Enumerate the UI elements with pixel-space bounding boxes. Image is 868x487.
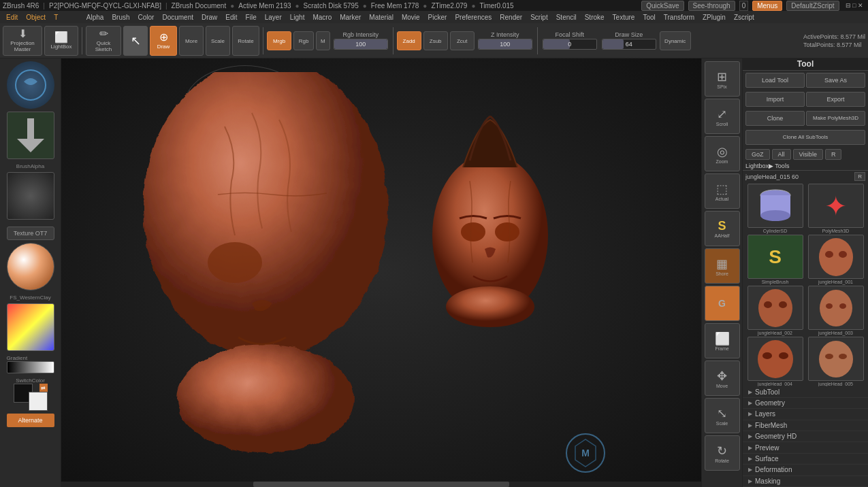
menu-zscript[interactable]: Zscript: [730, 13, 758, 22]
scale-btn[interactable]: Scale: [206, 26, 230, 56]
menu-picker[interactable]: Picker: [425, 13, 451, 22]
clone-all-btn[interactable]: Clone All SubTools: [745, 130, 865, 145]
aahalf-btn[interactable]: S AAHalf: [705, 211, 740, 246]
r-goz-btn[interactable]: R: [825, 149, 842, 160]
all-btn[interactable]: All: [772, 149, 791, 160]
menu-light[interactable]: Light: [287, 13, 308, 22]
geometry-section[interactable]: ▶ Geometry: [743, 398, 868, 409]
layers-section[interactable]: ▶ Layers: [743, 409, 868, 420]
focal-shift-slider[interactable]: 0: [543, 39, 597, 50]
more-btn[interactable]: More: [179, 26, 204, 56]
menu-transform[interactable]: Transform: [660, 13, 698, 22]
thumb-junglehead-004[interactable]: jungleHead_004: [745, 337, 805, 386]
jungle-r-btn[interactable]: R: [854, 172, 865, 181]
menu-file[interactable]: File: [242, 13, 260, 22]
zsub-btn[interactable]: Zsub: [423, 31, 448, 50]
menu-layer[interactable]: Layer: [261, 13, 285, 22]
deformation-section[interactable]: ▶ Deformation: [743, 465, 868, 475]
menus-btn[interactable]: Menus: [752, 1, 782, 11]
masking-section[interactable]: ▶ Masking: [743, 476, 868, 487]
quick-sketch-btn[interactable]: ✏ Quick Sketch: [86, 26, 121, 56]
texture-icon[interactable]: Texture OT7: [7, 226, 54, 240]
rgb-intensity-slider[interactable]: 100: [334, 39, 388, 50]
thumb-simplebrush[interactable]: S SimpleBrush: [745, 235, 805, 284]
menu-material[interactable]: Material: [366, 13, 397, 22]
menu-draw[interactable]: Draw: [198, 13, 221, 22]
clone-btn[interactable]: Clone: [745, 111, 805, 126]
menu-texture[interactable]: Texture: [609, 13, 639, 22]
menu-stencil[interactable]: Stencil: [553, 13, 580, 22]
mrgb-btn[interactable]: Mrgb: [267, 31, 291, 50]
menu-marker[interactable]: Marker: [336, 13, 364, 22]
thumb-junglehead-005[interactable]: jungleHead_005: [806, 337, 865, 386]
preview-section[interactable]: ▶ Preview: [743, 442, 868, 453]
menu-alpha[interactable]: Alpha: [83, 13, 108, 22]
draw-tool-btn[interactable]: ⊕ Draw: [150, 26, 177, 56]
scale-strip-btn[interactable]: ⤡ Scale: [705, 398, 740, 433]
menu-macro[interactable]: Macro: [309, 13, 335, 22]
menu-object[interactable]: Object: [22, 13, 49, 22]
rgb-btn[interactable]: Rgb: [293, 31, 314, 50]
thumb-junglehead-003[interactable]: jungleHead_003: [806, 286, 865, 335]
zadd-btn[interactable]: Zadd: [397, 31, 421, 50]
m-btn[interactable]: M: [316, 31, 330, 50]
make-polymesh-btn[interactable]: Make PolyMesh3D: [806, 111, 865, 126]
lightbox-btn[interactable]: ⬜ LightBox: [44, 26, 78, 56]
canvas-scrollbar-h[interactable]: [61, 482, 701, 487]
thumb-junglehead-002[interactable]: jungleHead_002: [745, 286, 805, 335]
shore-btn[interactable]: ▦ Shore: [705, 248, 740, 284]
actual-btn[interactable]: ⬚ Actual: [705, 173, 740, 209]
geometryhd-section[interactable]: ▶ Geometry HD: [743, 431, 868, 442]
scrollbar-thumb-h[interactable]: [253, 482, 509, 487]
zoom-btn[interactable]: ◎ Zoom: [705, 136, 740, 171]
fibermesh-section[interactable]: ▶ FiberMesh: [743, 420, 868, 431]
draw-size-slider[interactable]: 64: [602, 39, 656, 50]
menu-edit[interactable]: Edit: [3, 13, 21, 22]
frame-btn[interactable]: ⬜ Frame: [705, 323, 740, 358]
menu-preferences[interactable]: Preferences: [451, 13, 495, 22]
save-as-btn[interactable]: Save As: [806, 73, 865, 88]
visible-btn[interactable]: Visible: [793, 149, 823, 160]
dynamic-btn[interactable]: Dynamic: [660, 31, 691, 50]
canvas-area[interactable]: M: [61, 58, 701, 487]
rotate-btn[interactable]: Rotate: [232, 26, 259, 56]
menu-brush[interactable]: Brush: [108, 13, 133, 22]
menu-t[interactable]: T: [50, 13, 61, 22]
load-tool-btn[interactable]: Load Tool: [745, 73, 805, 88]
alternate-btn[interactable]: Alternate: [7, 414, 54, 427]
background-color[interactable]: [29, 392, 48, 411]
default-script-btn[interactable]: DefaultZScript: [786, 1, 839, 11]
menu-color[interactable]: Color: [135, 13, 158, 22]
projection-master-btn[interactable]: ⬇ Projection Master: [3, 26, 42, 56]
import-btn[interactable]: Import: [745, 92, 805, 107]
export-btn[interactable]: Export: [806, 92, 865, 107]
quick-save-btn[interactable]: QuickSave: [641, 1, 684, 11]
menu-movie[interactable]: Movie: [398, 13, 423, 22]
scroll-btn[interactable]: ⤢ Scroll: [705, 99, 740, 134]
menu-zplugin[interactable]: ZPlugin: [699, 13, 729, 22]
menu-script[interactable]: Script: [527, 13, 551, 22]
menu-tool[interactable]: Tool: [639, 13, 658, 22]
material-sphere[interactable]: [7, 243, 54, 290]
rotate-strip-btn[interactable]: ↻ Rotate: [705, 435, 740, 471]
zcut-btn[interactable]: Zcut: [450, 31, 475, 50]
menu-stroke[interactable]: Stroke: [581, 13, 608, 22]
subtool-section[interactable]: ▶ SubTool: [743, 386, 868, 397]
z-intensity-slider[interactable]: 100: [478, 39, 532, 50]
color-picker[interactable]: [7, 303, 54, 351]
thumb-cylindersd[interactable]: CylinderSD: [745, 184, 805, 233]
move-btn[interactable]: ✥ Move: [705, 360, 740, 396]
switch-icon[interactable]: ⇄: [39, 384, 48, 392]
menu-document[interactable]: Document: [159, 13, 197, 22]
thumb-polymesh3d[interactable]: ✦ PolyMesh3D: [806, 184, 865, 233]
gradient-bar[interactable]: [7, 361, 54, 373]
thumb-junglehead-001[interactable]: jungleHead_001: [806, 235, 865, 284]
select-tool-btn[interactable]: ↖: [123, 26, 148, 56]
see-through-btn[interactable]: See-through: [688, 1, 735, 11]
window-controls[interactable]: ⊟ □ ✕: [843, 1, 865, 10]
menu-render[interactable]: Render: [496, 13, 526, 22]
spix-btn[interactable]: ⊞ SPix: [705, 61, 740, 97]
draw-arrow-icon[interactable]: [7, 112, 54, 159]
menu-edit2[interactable]: Edit: [222, 13, 240, 22]
goz-btn[interactable]: GoZ: [745, 149, 770, 160]
